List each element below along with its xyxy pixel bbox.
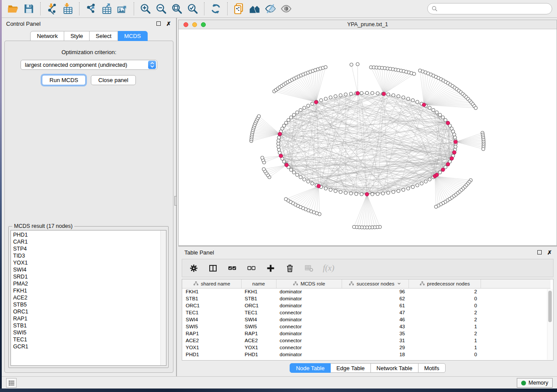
network-node[interactable]: [387, 191, 390, 195]
network-node[interactable]: [438, 113, 442, 117]
network-node[interactable]: [365, 91, 369, 95]
tab-edge-table[interactable]: Edge Table: [331, 363, 371, 373]
zoom-selected-button[interactable]: [185, 1, 201, 16]
tab-node-table[interactable]: Node Table: [290, 363, 331, 373]
zoom-out-button[interactable]: [153, 1, 169, 16]
network-node[interactable]: [324, 187, 328, 190]
network-node[interactable]: [353, 225, 356, 229]
float-table-panel-icon[interactable]: [536, 249, 543, 255]
network-node[interactable]: [349, 92, 353, 96]
mcds-node-selected[interactable]: [314, 100, 318, 104]
tab-mcds[interactable]: MCDS: [118, 31, 147, 41]
network-node[interactable]: [454, 145, 457, 148]
network-node[interactable]: [277, 145, 280, 148]
mcds-result-item[interactable]: YOX1: [13, 259, 166, 266]
mcds-result-item[interactable]: PHD1: [13, 231, 166, 238]
network-node[interactable]: [441, 116, 445, 119]
tab-motifs[interactable]: Motifs: [419, 363, 446, 373]
column-header-successor-nodes[interactable]: successor nodes: [342, 279, 408, 288]
mcds-node-selected[interactable]: [279, 154, 283, 158]
network-node[interactable]: [334, 95, 337, 98]
tab-style[interactable]: Style: [64, 31, 90, 41]
network-node[interactable]: [428, 106, 432, 110]
mcds-result-item[interactable]: PMA2: [13, 280, 166, 287]
tab-select[interactable]: Select: [90, 31, 118, 41]
network-node[interactable]: [319, 99, 323, 102]
import-table-button[interactable]: [60, 1, 76, 16]
network-node[interactable]: [277, 136, 281, 139]
network-node[interactable]: [371, 91, 374, 95]
mcds-result-item[interactable]: STP4: [13, 245, 166, 252]
mcds-result-item[interactable]: FKH1: [13, 287, 166, 294]
refresh-network-button[interactable]: [208, 1, 224, 16]
close-panel-icon[interactable]: ✗: [166, 21, 172, 27]
network-node[interactable]: [407, 187, 410, 190]
network-window-titlebar[interactable]: YPA_prune.txt_1: [179, 20, 557, 29]
mcds-result-item[interactable]: CAR1: [13, 238, 166, 245]
delete-row-button[interactable]: [284, 263, 295, 273]
network-node[interactable]: [428, 178, 432, 181]
network-node[interactable]: [311, 182, 314, 186]
table-row[interactable]: PHD1PHD1dominator180: [182, 351, 550, 358]
add-row-button[interactable]: [265, 263, 276, 273]
network-node[interactable]: [329, 96, 332, 99]
network-node[interactable]: [392, 94, 395, 97]
task-history-button[interactable]: [6, 378, 17, 388]
houses-button[interactable]: [247, 1, 263, 16]
column-header-shared-name[interactable]: shared name: [182, 279, 241, 288]
network-node[interactable]: [444, 118, 447, 122]
select-all-button[interactable]: [227, 263, 237, 273]
network-node[interactable]: [277, 142, 280, 145]
mcds-result-item[interactable]: SWI5: [13, 329, 166, 336]
splitter-grip[interactable]: [174, 196, 177, 206]
network-node[interactable]: [432, 108, 435, 112]
network-node[interactable]: [350, 63, 353, 66]
column-header-predecessor-nodes[interactable]: predecessor nodes: [408, 279, 481, 288]
network-node[interactable]: [356, 62, 360, 66]
network-node[interactable]: [287, 118, 291, 122]
network-node[interactable]: [407, 97, 410, 101]
network-node[interactable]: [303, 178, 306, 181]
network-node[interactable]: [360, 193, 363, 196]
network-node[interactable]: [339, 190, 343, 194]
network-node[interactable]: [397, 189, 400, 193]
table-row[interactable]: STB1STB1dominator620: [182, 295, 550, 302]
mcds-node-selected[interactable]: [450, 157, 453, 160]
deselect-all-button[interactable]: [246, 263, 256, 273]
eye-button[interactable]: [278, 1, 294, 16]
network-node[interactable]: [262, 168, 266, 171]
network-node[interactable]: [329, 188, 332, 192]
mcds-node-selected[interactable]: [435, 173, 439, 176]
table-row[interactable]: TEC1TEC1connector472: [182, 309, 550, 316]
zoom-fit-button[interactable]: [169, 1, 185, 16]
mcds-node-selected[interactable]: [441, 168, 445, 172]
network-node[interactable]: [282, 124, 286, 127]
network-node[interactable]: [277, 148, 281, 151]
network-node[interactable]: [299, 175, 302, 179]
network-node[interactable]: [277, 139, 280, 142]
network-node[interactable]: [334, 189, 337, 193]
network-node[interactable]: [376, 92, 380, 95]
mcds-result-item[interactable]: SWI4: [13, 266, 166, 273]
mcds-result-item[interactable]: ORC1: [13, 308, 166, 315]
mcds-list-scrollbar[interactable]: [160, 230, 166, 365]
network-node[interactable]: [453, 136, 457, 139]
minimize-traffic-light[interactable]: [192, 22, 197, 27]
network-node[interactable]: [411, 186, 415, 189]
network-node[interactable]: [438, 171, 442, 174]
mcds-node-selected[interactable]: [454, 140, 457, 144]
network-node[interactable]: [292, 171, 296, 174]
float-panel-icon[interactable]: [156, 21, 162, 27]
network-node[interactable]: [257, 115, 261, 118]
mcds-result-item[interactable]: STB5: [13, 301, 166, 308]
network-node[interactable]: [482, 148, 485, 151]
close-traffic-light[interactable]: [183, 22, 188, 27]
network-node[interactable]: [344, 93, 348, 96]
export-table-button[interactable]: [99, 1, 114, 16]
mcds-node-selected[interactable]: [356, 91, 360, 95]
network-node[interactable]: [299, 108, 302, 112]
mcds-result-item[interactable]: SRD1: [13, 273, 166, 280]
table-scrollbar-thumb[interactable]: [548, 291, 552, 322]
tab-network-table[interactable]: Network Table: [371, 363, 419, 373]
table-row[interactable]: SWI4SWI4dominator462: [182, 316, 550, 323]
